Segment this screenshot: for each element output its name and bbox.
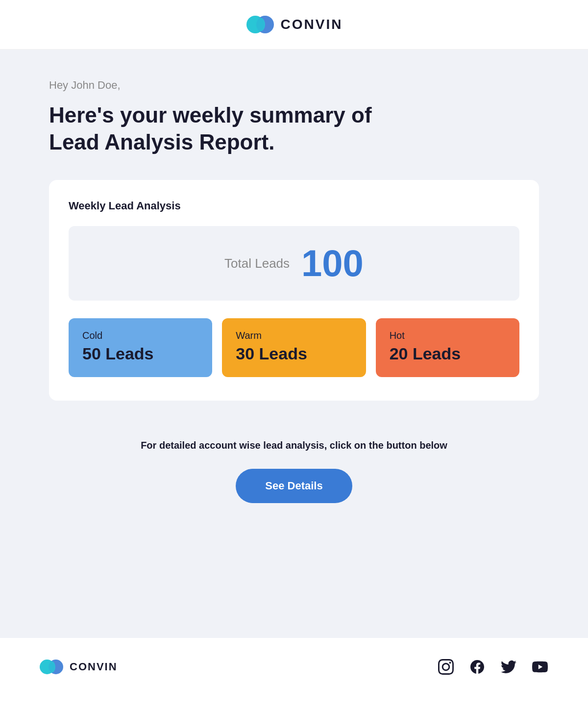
total-leads-number: 100 xyxy=(301,245,364,282)
footer-logo: CONVIN xyxy=(39,658,118,676)
greeting-text: Hey John Doe, xyxy=(49,79,539,92)
total-leads-box: Total Leads 100 xyxy=(69,226,519,301)
footer-logo-text: CONVIN xyxy=(70,661,118,673)
warm-category-label: Warm xyxy=(236,330,352,341)
footer: CONVIN xyxy=(0,638,588,696)
svg-point-5 xyxy=(48,661,55,673)
header-logo-text: CONVIN xyxy=(281,17,343,32)
leads-grid: Cold 50 Leads Warm 30 Leads Hot 20 Leads xyxy=(69,318,519,377)
total-leads-label: Total Leads xyxy=(224,256,290,271)
cta-section: For detailed account wise lead analysis,… xyxy=(49,430,539,503)
cold-lead-count: 50 Leads xyxy=(82,344,198,363)
see-details-button[interactable]: See Details xyxy=(236,469,352,503)
main-content: Hey John Doe, Here's your weekly summary… xyxy=(0,50,588,638)
headline-line2: Lead Analysis Report. xyxy=(49,130,275,154)
headline: Here's your weekly summary of Lead Analy… xyxy=(49,102,539,155)
hot-lead-count: 20 Leads xyxy=(390,344,506,363)
instagram-icon[interactable] xyxy=(437,658,455,676)
header: CONVIN xyxy=(0,0,588,50)
facebook-icon[interactable] xyxy=(468,658,486,676)
cta-description: For detailed account wise lead analysis,… xyxy=(49,440,539,451)
youtube-icon[interactable] xyxy=(531,658,549,676)
twitter-icon[interactable] xyxy=(500,658,517,676)
footer-convin-logo-icon xyxy=(39,658,64,676)
weekly-lead-analysis-card: Weekly Lead Analysis Total Leads 100 Col… xyxy=(49,180,539,401)
card-title: Weekly Lead Analysis xyxy=(69,200,519,212)
lead-card-warm: Warm 30 Leads xyxy=(222,318,366,377)
cold-category-label: Cold xyxy=(82,330,198,341)
convin-logo-icon xyxy=(245,14,275,35)
headline-line1: Here's your weekly summary of xyxy=(49,103,372,127)
header-logo: CONVIN xyxy=(245,14,343,35)
warm-lead-count: 30 Leads xyxy=(236,344,352,363)
lead-card-cold: Cold 50 Leads xyxy=(69,318,212,377)
lead-card-hot: Hot 20 Leads xyxy=(376,318,519,377)
hot-category-label: Hot xyxy=(390,330,506,341)
social-icons xyxy=(437,658,549,676)
svg-point-2 xyxy=(255,18,265,31)
